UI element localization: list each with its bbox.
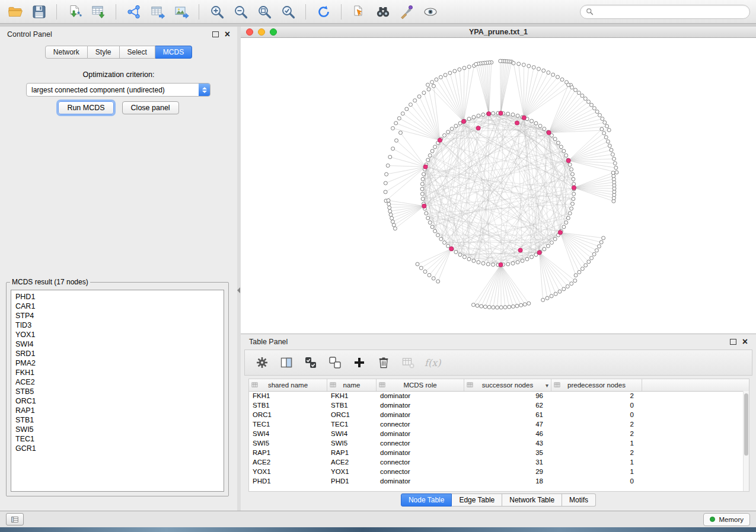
network-node[interactable] — [420, 187, 424, 191]
network-node[interactable] — [417, 95, 421, 98]
network-node[interactable] — [511, 262, 515, 265]
open-session-button[interactable] — [6, 3, 24, 21]
network-node[interactable] — [574, 274, 578, 277]
network-node[interactable] — [572, 197, 575, 201]
network-node[interactable] — [391, 147, 395, 150]
network-node[interactable] — [413, 99, 417, 102]
network-node[interactable] — [532, 66, 535, 69]
network-node[interactable] — [446, 130, 450, 134]
mcds-result-item[interactable]: STB5 — [15, 387, 224, 396]
network-node[interactable] — [454, 124, 458, 128]
network-node[interactable] — [517, 62, 521, 66]
network-node[interactable] — [566, 216, 570, 220]
network-node[interactable] — [597, 245, 601, 248]
network-node[interactable] — [428, 221, 432, 225]
network-node[interactable] — [546, 296, 549, 300]
network-node[interactable] — [422, 172, 426, 176]
window-zoom-button[interactable] — [270, 28, 277, 36]
network-node[interactable] — [521, 259, 524, 262]
network-node[interactable] — [435, 78, 438, 81]
network-node[interactable] — [428, 273, 431, 277]
network-node[interactable] — [458, 253, 462, 257]
mcds-result-item[interactable]: STB1 — [15, 415, 224, 425]
network-node[interactable] — [577, 91, 580, 95]
network-node[interactable] — [392, 223, 395, 227]
network-node[interactable] — [443, 241, 446, 245]
tab-style[interactable]: Style — [88, 46, 120, 59]
run-mcds-button[interactable]: Run MCDS — [58, 101, 113, 114]
column-header-MCDS-role[interactable]: MCDS role — [377, 379, 464, 391]
dominator-node[interactable] — [449, 246, 454, 251]
zoom-fit-button[interactable] — [255, 3, 273, 21]
table-row[interactable]: FKH1FKH1dominator962 — [249, 391, 744, 400]
mcds-result-item[interactable]: STP4 — [15, 311, 224, 321]
network-node[interactable] — [516, 114, 519, 117]
network-node[interactable] — [605, 124, 609, 128]
table-row[interactable]: ORC1ORC1dominator610 — [249, 410, 744, 419]
network-node[interactable] — [384, 190, 387, 194]
select-all-button[interactable] — [303, 355, 318, 370]
network-node[interactable] — [611, 153, 614, 156]
network-node[interactable] — [530, 119, 534, 123]
mcds-result-item[interactable]: PHD1 — [15, 292, 224, 302]
network-node[interactable] — [583, 97, 587, 101]
network-node[interactable] — [427, 88, 430, 91]
network-node[interactable] — [564, 153, 568, 157]
dominator-node[interactable] — [423, 165, 428, 169]
network-node[interactable] — [386, 164, 390, 168]
refresh-button[interactable] — [314, 3, 333, 21]
zoom-in-button[interactable] — [208, 3, 226, 21]
network-node[interactable] — [472, 116, 476, 119]
network-node[interactable] — [590, 257, 594, 260]
network-node[interactable] — [476, 304, 479, 307]
dominator-node[interactable] — [499, 262, 503, 267]
network-node[interactable] — [611, 171, 615, 175]
network-node[interactable] — [388, 155, 392, 159]
dominator-node[interactable] — [572, 185, 576, 190]
network-node[interactable] — [568, 163, 572, 166]
network-node[interactable] — [543, 248, 546, 251]
table-row[interactable]: TEC1TEC1connector472 — [249, 419, 744, 429]
network-node[interactable] — [492, 263, 495, 267]
network-node[interactable] — [570, 86, 574, 89]
network-node[interactable] — [574, 88, 578, 92]
network-node[interactable] — [499, 306, 503, 309]
network-node[interactable] — [542, 69, 546, 72]
network-node[interactable] — [553, 237, 557, 241]
dominator-node[interactable] — [438, 138, 442, 142]
network-node[interactable] — [421, 177, 425, 181]
network-node[interactable] — [385, 172, 388, 176]
network-node[interactable] — [426, 158, 430, 162]
network-node[interactable] — [537, 67, 541, 70]
network-node[interactable] — [566, 285, 569, 289]
network-node[interactable] — [580, 267, 584, 271]
network-node[interactable] — [570, 207, 573, 210]
network-node[interactable] — [430, 81, 434, 84]
zoom-out-button[interactable] — [231, 3, 250, 21]
tab-network[interactable]: Network — [45, 46, 88, 59]
dominator-node[interactable] — [422, 204, 426, 208]
network-node[interactable] — [602, 236, 605, 240]
network-node[interactable] — [580, 94, 584, 98]
network-node[interactable] — [448, 71, 452, 75]
network-node[interactable] — [602, 132, 606, 135]
tab-edge-table[interactable]: Edge Table — [452, 493, 502, 507]
save-session-button[interactable] — [30, 3, 48, 21]
network-node[interactable] — [397, 117, 401, 120]
network-node[interactable] — [568, 211, 572, 215]
network-node[interactable] — [388, 206, 391, 210]
dominator-node[interactable] — [566, 159, 570, 163]
column-header-predecessor-nodes[interactable]: predecessor nodes — [551, 379, 642, 391]
float-panel-icon[interactable] — [212, 31, 219, 37]
network-node[interactable] — [570, 282, 573, 286]
network-node[interactable] — [543, 127, 546, 131]
network-node[interactable] — [391, 127, 395, 130]
network-node[interactable] — [443, 134, 446, 137]
dominator-node[interactable] — [518, 248, 522, 252]
dominator-node[interactable] — [499, 111, 503, 116]
network-node[interactable] — [458, 68, 461, 71]
network-node[interactable] — [387, 198, 390, 202]
table-scrollbar[interactable] — [743, 391, 749, 491]
close-table-panel-icon[interactable]: × — [742, 337, 748, 347]
show-panels-button[interactable] — [6, 513, 24, 525]
